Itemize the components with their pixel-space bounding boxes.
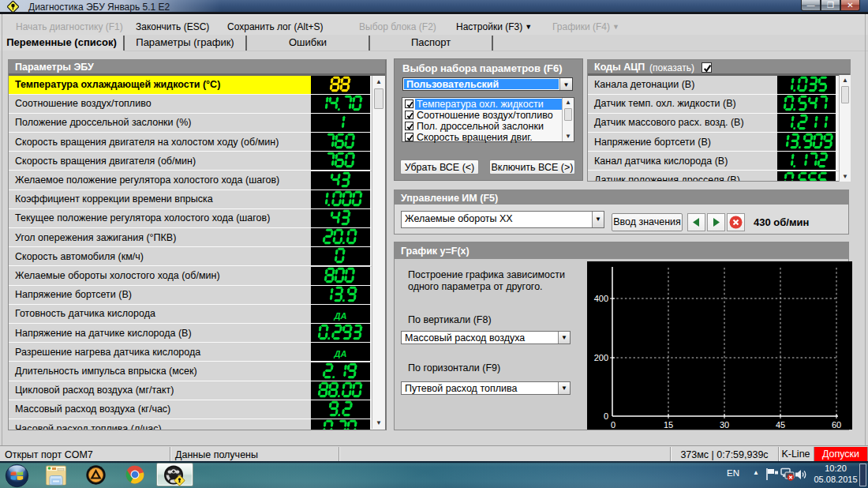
svg-text:0: 0: [611, 420, 615, 430]
svg-text:45: 45: [776, 420, 785, 430]
svg-text:30: 30: [720, 420, 729, 430]
svg-text:0: 0: [604, 411, 608, 421]
svg-text:15: 15: [664, 420, 673, 430]
svg-text:400: 400: [594, 294, 608, 303]
svg-text:200: 200: [594, 353, 608, 362]
svg-text:60: 60: [832, 420, 841, 430]
